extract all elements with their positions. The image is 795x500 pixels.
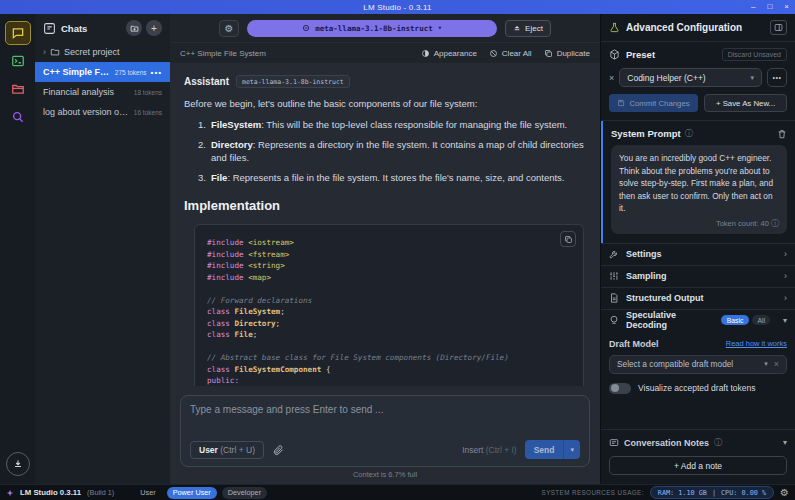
chats-panel-title: Chats xyxy=(61,23,87,34)
mode-power-user[interactable]: Power User xyxy=(167,487,217,499)
nav-rail xyxy=(0,14,35,484)
all-mode-pill[interactable]: All xyxy=(752,315,770,325)
role-label: User xyxy=(199,445,218,455)
message-input[interactable] xyxy=(190,404,580,440)
clear-draft-button[interactable]: × xyxy=(774,359,779,369)
preset-label: Preset xyxy=(626,49,716,60)
preset-selector[interactable]: Coding Helper (C++) ▾ xyxy=(619,68,762,87)
add-note-button[interactable]: + Add a note xyxy=(609,456,787,475)
basic-mode-pill[interactable]: Basic xyxy=(721,315,750,325)
nav-models-button[interactable] xyxy=(5,77,31,101)
clear-preset-button[interactable]: × xyxy=(609,73,614,83)
composer: User (Ctrl + U) Insert (Ctrl + I) Send ▾ xyxy=(180,395,590,467)
list-number: 1. xyxy=(194,118,206,131)
eject-model-button[interactable]: Eject xyxy=(505,20,551,37)
nav-developer-button[interactable] xyxy=(5,49,31,73)
document-icon xyxy=(609,293,619,303)
panel-layout-icon xyxy=(774,23,783,32)
section-structured-output[interactable]: Structured Output › xyxy=(601,287,795,309)
commit-changes-button[interactable]: Commit Changes xyxy=(609,94,698,112)
model-selector[interactable]: meta-llama-3.1-8b-instruct ▾ xyxy=(247,20,497,37)
maximize-button[interactable]: □ xyxy=(767,3,772,11)
downloads-button[interactable] xyxy=(6,452,30,476)
mode-user[interactable]: User xyxy=(134,487,161,499)
chevron-down-icon: ▾ xyxy=(750,74,754,82)
chat-item-log-version[interactable]: log about version of ... 16 tokens xyxy=(35,102,170,122)
eject-label: Eject xyxy=(525,24,543,33)
speculative-decoding-body: Draft Model Read how it works Select a c… xyxy=(601,331,795,404)
chat-item-financial-analysis[interactable]: Financial analysis 18 tokens xyxy=(35,82,170,102)
model-settings-button[interactable]: ⚙ xyxy=(219,20,239,37)
chat-item-menu-button[interactable]: ••• xyxy=(151,68,162,77)
insert-hint[interactable]: Insert (Ctrl + I) xyxy=(462,445,517,455)
collapse-panel-button[interactable] xyxy=(770,20,787,35)
delete-system-prompt-button[interactable] xyxy=(777,129,787,139)
draft-select-placeholder: Select a compatible draft model xyxy=(617,359,758,369)
attach-file-button[interactable] xyxy=(272,444,284,456)
chevron-right-icon: › xyxy=(784,271,787,281)
duplicate-button[interactable]: Duplicate xyxy=(544,49,590,58)
model-selector-label: meta-llama-3.1-8b-instruct xyxy=(315,24,432,33)
role-toggle-button[interactable]: User (Ctrl + U) xyxy=(190,441,264,459)
chevron-right-icon: › xyxy=(784,249,787,259)
list-desc: : This will be the top-level class respo… xyxy=(261,119,567,130)
clear-all-button[interactable]: Clear All xyxy=(489,49,532,58)
section-sampling[interactable]: Sampling › xyxy=(601,265,795,287)
chat-folder-secret-project[interactable]: › Secret project xyxy=(35,42,170,62)
copy-icon xyxy=(564,235,573,244)
system-prompt-label: System Prompt xyxy=(611,128,681,139)
chevron-down-icon[interactable]: ▾ xyxy=(783,438,787,447)
info-icon: ⓘ xyxy=(771,219,779,228)
app-version: LM Studio 0.3.11 xyxy=(20,488,81,497)
commit-label: Commit Changes xyxy=(629,99,689,108)
system-prompt-input[interactable]: You are an incredibly good C++ engineer.… xyxy=(611,145,787,234)
appearance-button[interactable]: Appearance xyxy=(421,49,477,58)
appearance-icon xyxy=(421,49,430,58)
context-usage: Context is 6.7% full xyxy=(170,467,600,484)
list-item: 2. Directory: Represents a directory in … xyxy=(194,138,586,164)
notes-label: Conversation Notes xyxy=(624,438,709,448)
window-title: LM Studio - 0.3.11 xyxy=(0,3,795,12)
advanced-configuration-panel: Advanced Configuration Preset Discard Un… xyxy=(600,14,795,484)
code-block: #include <iostream>#include <fstream>#in… xyxy=(194,224,584,386)
mode-developer[interactable]: Developer xyxy=(222,487,267,499)
minimize-button[interactable]: – xyxy=(751,3,755,11)
chats-panel: Chats + › Secret project C++ Simple File… xyxy=(35,14,170,484)
chevron-down-icon: ▾ xyxy=(764,360,768,368)
model-icon xyxy=(302,24,310,32)
draft-model-selector[interactable]: Select a compatible draft model ▾ × xyxy=(609,355,787,374)
conversation-header: C++ Simple File System Appearance Clear … xyxy=(170,42,600,63)
save-as-new-button[interactable]: + Save As New... xyxy=(704,94,787,112)
section-settings[interactable]: Settings › xyxy=(601,243,795,265)
sliders-icon xyxy=(609,271,619,281)
nav-discover-button[interactable] xyxy=(5,105,31,129)
terminal-icon xyxy=(11,54,25,68)
conversation-title: C++ Simple File System xyxy=(180,49,421,58)
settings-gear-icon[interactable]: ⚙ xyxy=(780,487,789,498)
model-badge: meta-llama-3.1-8b-instruct xyxy=(236,75,350,88)
panel-header: Advanced Configuration xyxy=(601,14,795,41)
preset-menu-button[interactable]: ••• xyxy=(767,68,787,87)
send-options-chevron-icon[interactable]: ▾ xyxy=(564,446,580,454)
section-label: Sampling xyxy=(626,271,667,281)
visualize-tokens-toggle[interactable] xyxy=(609,383,631,394)
discard-unsaved-button[interactable]: Discard Unsaved xyxy=(722,48,787,61)
ram-usage: RAM: 1.10 GB xyxy=(658,489,707,497)
duplicate-label: Duplicate xyxy=(557,49,590,58)
list-term: FileSystem xyxy=(211,119,261,130)
new-folder-button[interactable] xyxy=(126,20,142,36)
chat-item-cpp-simple-file-system[interactable]: C++ Simple File System 275 tokens ••• xyxy=(35,62,170,82)
send-button[interactable]: Send ▾ xyxy=(525,440,580,459)
search-icon xyxy=(11,110,25,124)
copy-code-button[interactable] xyxy=(560,231,576,247)
wrench-icon xyxy=(609,249,619,259)
info-icon: ⓘ xyxy=(714,437,722,448)
nav-chat-button[interactable] xyxy=(5,21,31,45)
section-speculative-decoding[interactable]: Speculative Decoding Basic All ▾ xyxy=(601,309,795,331)
read-how-it-works-link[interactable]: Read how it works xyxy=(726,339,787,348)
section-label: Speculative Decoding xyxy=(626,310,714,330)
close-button[interactable]: × xyxy=(784,3,789,11)
new-chat-button[interactable]: + xyxy=(146,20,162,36)
chat-transcript[interactable]: Assistant meta-llama-3.1-8b-instruct Bef… xyxy=(170,63,600,390)
speculative-decoding-icon xyxy=(609,315,619,325)
